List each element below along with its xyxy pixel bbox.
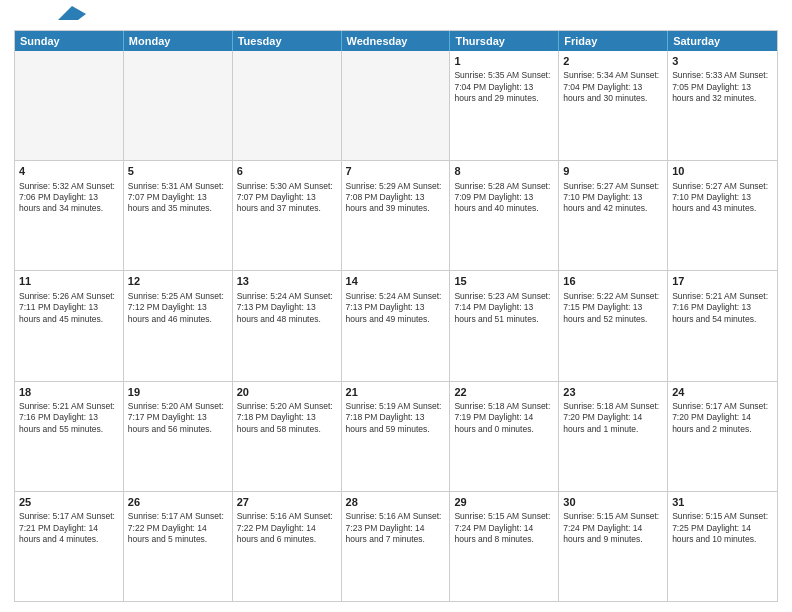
day-number: 6 [237, 164, 337, 178]
day-number: 17 [672, 274, 773, 288]
cell-info-text: Sunrise: 5:19 AM Sunset: 7:18 PM Dayligh… [346, 401, 446, 435]
day-number: 27 [237, 495, 337, 509]
cell-info-text: Sunrise: 5:27 AM Sunset: 7:10 PM Dayligh… [672, 181, 773, 215]
calendar-cell-empty-0-1 [124, 51, 233, 160]
calendar-cell-day-21: 21Sunrise: 5:19 AM Sunset: 7:18 PM Dayli… [342, 382, 451, 491]
day-number: 16 [563, 274, 663, 288]
cell-info-text: Sunrise: 5:17 AM Sunset: 7:21 PM Dayligh… [19, 511, 119, 545]
calendar-cell-day-10: 10Sunrise: 5:27 AM Sunset: 7:10 PM Dayli… [668, 161, 777, 270]
weekday-header-thursday: Thursday [450, 31, 559, 51]
cell-info-text: Sunrise: 5:25 AM Sunset: 7:12 PM Dayligh… [128, 291, 228, 325]
calendar-cell-day-31: 31Sunrise: 5:15 AM Sunset: 7:25 PM Dayli… [668, 492, 777, 601]
day-number: 7 [346, 164, 446, 178]
calendar-cell-day-9: 9Sunrise: 5:27 AM Sunset: 7:10 PM Daylig… [559, 161, 668, 270]
cell-info-text: Sunrise: 5:18 AM Sunset: 7:20 PM Dayligh… [563, 401, 663, 435]
calendar-cell-day-8: 8Sunrise: 5:28 AM Sunset: 7:09 PM Daylig… [450, 161, 559, 270]
calendar-cell-day-22: 22Sunrise: 5:18 AM Sunset: 7:19 PM Dayli… [450, 382, 559, 491]
day-number: 5 [128, 164, 228, 178]
day-number: 4 [19, 164, 119, 178]
calendar-cell-day-6: 6Sunrise: 5:30 AM Sunset: 7:07 PM Daylig… [233, 161, 342, 270]
calendar-cell-empty-0-0 [15, 51, 124, 160]
cell-info-text: Sunrise: 5:16 AM Sunset: 7:23 PM Dayligh… [346, 511, 446, 545]
cell-info-text: Sunrise: 5:22 AM Sunset: 7:15 PM Dayligh… [563, 291, 663, 325]
day-number: 10 [672, 164, 773, 178]
weekday-header-friday: Friday [559, 31, 668, 51]
day-number: 13 [237, 274, 337, 288]
cell-info-text: Sunrise: 5:17 AM Sunset: 7:20 PM Dayligh… [672, 401, 773, 435]
cell-info-text: Sunrise: 5:32 AM Sunset: 7:06 PM Dayligh… [19, 181, 119, 215]
day-number: 20 [237, 385, 337, 399]
cell-info-text: Sunrise: 5:21 AM Sunset: 7:16 PM Dayligh… [672, 291, 773, 325]
logo-icon [58, 6, 86, 22]
cell-info-text: Sunrise: 5:30 AM Sunset: 7:07 PM Dayligh… [237, 181, 337, 215]
cell-info-text: Sunrise: 5:21 AM Sunset: 7:16 PM Dayligh… [19, 401, 119, 435]
calendar-row-1: 4Sunrise: 5:32 AM Sunset: 7:06 PM Daylig… [15, 161, 777, 271]
calendar-row-2: 11Sunrise: 5:26 AM Sunset: 7:11 PM Dayli… [15, 271, 777, 381]
cell-info-text: Sunrise: 5:24 AM Sunset: 7:13 PM Dayligh… [346, 291, 446, 325]
calendar-cell-day-27: 27Sunrise: 5:16 AM Sunset: 7:22 PM Dayli… [233, 492, 342, 601]
day-number: 26 [128, 495, 228, 509]
day-number: 25 [19, 495, 119, 509]
calendar-cell-day-19: 19Sunrise: 5:20 AM Sunset: 7:17 PM Dayli… [124, 382, 233, 491]
day-number: 2 [563, 54, 663, 68]
calendar-cell-day-12: 12Sunrise: 5:25 AM Sunset: 7:12 PM Dayli… [124, 271, 233, 380]
day-number: 15 [454, 274, 554, 288]
calendar-cell-day-28: 28Sunrise: 5:16 AM Sunset: 7:23 PM Dayli… [342, 492, 451, 601]
calendar: SundayMondayTuesdayWednesdayThursdayFrid… [14, 30, 778, 602]
calendar-cell-day-11: 11Sunrise: 5:26 AM Sunset: 7:11 PM Dayli… [15, 271, 124, 380]
weekday-header-wednesday: Wednesday [342, 31, 451, 51]
cell-info-text: Sunrise: 5:23 AM Sunset: 7:14 PM Dayligh… [454, 291, 554, 325]
cell-info-text: Sunrise: 5:20 AM Sunset: 7:18 PM Dayligh… [237, 401, 337, 435]
day-number: 19 [128, 385, 228, 399]
calendar-cell-day-23: 23Sunrise: 5:18 AM Sunset: 7:20 PM Dayli… [559, 382, 668, 491]
day-number: 30 [563, 495, 663, 509]
cell-info-text: Sunrise: 5:34 AM Sunset: 7:04 PM Dayligh… [563, 70, 663, 104]
cell-info-text: Sunrise: 5:16 AM Sunset: 7:22 PM Dayligh… [237, 511, 337, 545]
cell-info-text: Sunrise: 5:20 AM Sunset: 7:17 PM Dayligh… [128, 401, 228, 435]
calendar-cell-day-13: 13Sunrise: 5:24 AM Sunset: 7:13 PM Dayli… [233, 271, 342, 380]
day-number: 1 [454, 54, 554, 68]
cell-info-text: Sunrise: 5:29 AM Sunset: 7:08 PM Dayligh… [346, 181, 446, 215]
calendar-row-4: 25Sunrise: 5:17 AM Sunset: 7:21 PM Dayli… [15, 492, 777, 601]
cell-info-text: Sunrise: 5:27 AM Sunset: 7:10 PM Dayligh… [563, 181, 663, 215]
header [14, 10, 778, 22]
cell-info-text: Sunrise: 5:33 AM Sunset: 7:05 PM Dayligh… [672, 70, 773, 104]
calendar-cell-day-7: 7Sunrise: 5:29 AM Sunset: 7:08 PM Daylig… [342, 161, 451, 270]
day-number: 3 [672, 54, 773, 68]
cell-info-text: Sunrise: 5:18 AM Sunset: 7:19 PM Dayligh… [454, 401, 554, 435]
day-number: 21 [346, 385, 446, 399]
cell-info-text: Sunrise: 5:15 AM Sunset: 7:24 PM Dayligh… [454, 511, 554, 545]
calendar-cell-day-25: 25Sunrise: 5:17 AM Sunset: 7:21 PM Dayli… [15, 492, 124, 601]
calendar-cell-day-16: 16Sunrise: 5:22 AM Sunset: 7:15 PM Dayli… [559, 271, 668, 380]
day-number: 23 [563, 385, 663, 399]
cell-info-text: Sunrise: 5:35 AM Sunset: 7:04 PM Dayligh… [454, 70, 554, 104]
calendar-cell-day-3: 3Sunrise: 5:33 AM Sunset: 7:05 PM Daylig… [668, 51, 777, 160]
cell-info-text: Sunrise: 5:24 AM Sunset: 7:13 PM Dayligh… [237, 291, 337, 325]
cell-info-text: Sunrise: 5:31 AM Sunset: 7:07 PM Dayligh… [128, 181, 228, 215]
calendar-cell-day-2: 2Sunrise: 5:34 AM Sunset: 7:04 PM Daylig… [559, 51, 668, 160]
calendar-cell-day-18: 18Sunrise: 5:21 AM Sunset: 7:16 PM Dayli… [15, 382, 124, 491]
calendar-cell-day-24: 24Sunrise: 5:17 AM Sunset: 7:20 PM Dayli… [668, 382, 777, 491]
day-number: 14 [346, 274, 446, 288]
calendar-cell-day-5: 5Sunrise: 5:31 AM Sunset: 7:07 PM Daylig… [124, 161, 233, 270]
cell-info-text: Sunrise: 5:15 AM Sunset: 7:24 PM Dayligh… [563, 511, 663, 545]
calendar-cell-day-26: 26Sunrise: 5:17 AM Sunset: 7:22 PM Dayli… [124, 492, 233, 601]
calendar-cell-day-1: 1Sunrise: 5:35 AM Sunset: 7:04 PM Daylig… [450, 51, 559, 160]
day-number: 31 [672, 495, 773, 509]
weekday-header-monday: Monday [124, 31, 233, 51]
calendar-cell-day-30: 30Sunrise: 5:15 AM Sunset: 7:24 PM Dayli… [559, 492, 668, 601]
day-number: 11 [19, 274, 119, 288]
page: SundayMondayTuesdayWednesdayThursdayFrid… [0, 0, 792, 612]
logo [14, 10, 86, 22]
calendar-cell-empty-0-2 [233, 51, 342, 160]
calendar-cell-day-4: 4Sunrise: 5:32 AM Sunset: 7:06 PM Daylig… [15, 161, 124, 270]
svg-marker-0 [58, 6, 86, 20]
day-number: 24 [672, 385, 773, 399]
calendar-cell-day-15: 15Sunrise: 5:23 AM Sunset: 7:14 PM Dayli… [450, 271, 559, 380]
day-number: 18 [19, 385, 119, 399]
weekday-header-saturday: Saturday [668, 31, 777, 51]
calendar-cell-empty-0-3 [342, 51, 451, 160]
day-number: 29 [454, 495, 554, 509]
cell-info-text: Sunrise: 5:26 AM Sunset: 7:11 PM Dayligh… [19, 291, 119, 325]
calendar-row-0: 1Sunrise: 5:35 AM Sunset: 7:04 PM Daylig… [15, 51, 777, 161]
